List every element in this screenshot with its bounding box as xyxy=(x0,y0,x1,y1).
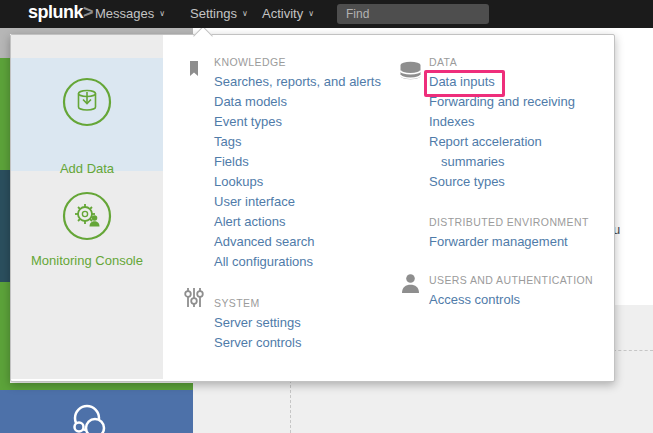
menu-activity[interactable]: Activity∨ xyxy=(262,0,314,28)
link-data-models[interactable]: Data models xyxy=(214,92,381,112)
settings-dropdown: Add Data Monitoring Console xyxy=(10,34,615,382)
link-event-types[interactable]: Event types xyxy=(214,112,381,132)
background-sidebar-selected xyxy=(0,170,10,282)
chevron-down-icon: ∨ xyxy=(159,9,165,18)
section-title: USERS AND AUTHENTICATION xyxy=(429,270,593,290)
menu-activity-label: Activity xyxy=(262,6,303,21)
background-dashed-line-vertical xyxy=(290,380,291,433)
add-data-tile[interactable]: Add Data xyxy=(11,58,163,171)
link-forwarder-management[interactable]: Forwarder management xyxy=(429,232,589,252)
section-title: DISTRIBUTED ENVIRONMENT xyxy=(429,212,589,232)
link-advanced-search[interactable]: Advanced search xyxy=(214,232,381,252)
section-system: SYSTEM Server settings Server controls xyxy=(214,293,301,353)
chevron-down-icon: ∨ xyxy=(242,9,248,18)
background-dashed-line-horizontal xyxy=(613,350,653,351)
find-input[interactable]: Find xyxy=(337,4,489,24)
link-searches-reports-alerts[interactable]: Searches, reports, and alerts xyxy=(214,72,381,92)
bubbles-icon xyxy=(60,402,120,433)
add-data-icon xyxy=(61,76,113,128)
app-tile-blue xyxy=(0,390,193,433)
shortcut-column: Add Data Monitoring Console xyxy=(11,35,163,379)
monitoring-console-label: Monitoring Console xyxy=(11,253,163,268)
database-icon xyxy=(399,61,422,80)
screen: u splunk> Messages∨ Settings∨ Activity∨ … xyxy=(0,0,653,433)
background-sidebar-green-bottom xyxy=(0,282,10,383)
link-lookups[interactable]: Lookups xyxy=(214,172,381,192)
link-indexes[interactable]: Indexes xyxy=(429,112,589,132)
link-alert-actions[interactable]: Alert actions xyxy=(214,212,381,232)
data-inputs-highlight xyxy=(424,70,505,97)
link-tags[interactable]: Tags xyxy=(214,132,381,152)
background-green-strip xyxy=(0,383,193,390)
top-bar: splunk> Messages∨ Settings∨ Activity∨ Fi… xyxy=(0,0,653,28)
menu-messages-label: Messages xyxy=(95,6,154,21)
link-fields[interactable]: Fields xyxy=(214,152,381,172)
link-server-controls[interactable]: Server controls xyxy=(214,333,301,353)
monitoring-console-icon xyxy=(61,190,113,242)
monitoring-console-tile[interactable]: Monitoring Console xyxy=(11,171,163,284)
background-sidebar-gray xyxy=(0,28,10,58)
link-all-configurations[interactable]: All configurations xyxy=(214,252,381,272)
logo-chevron: > xyxy=(83,2,93,22)
link-access-controls[interactable]: Access controls xyxy=(429,290,593,310)
menu-settings-label: Settings xyxy=(190,6,237,21)
background-sidebar-green-top xyxy=(0,58,10,170)
menu-settings[interactable]: Settings∨ xyxy=(190,0,248,28)
background-bottom-gray xyxy=(193,380,653,433)
section-knowledge: KNOWLEDGE Searches, reports, and alerts … xyxy=(214,52,381,272)
section-title: DATA xyxy=(429,52,589,72)
logo-text: splunk xyxy=(28,2,83,22)
link-report-acceleration-summaries[interactable]: Report acceleration summaries xyxy=(429,132,589,172)
link-source-types[interactable]: Source types xyxy=(429,172,589,192)
section-title: KNOWLEDGE xyxy=(214,52,381,72)
sliders-icon xyxy=(183,286,205,309)
bookmark-icon xyxy=(189,61,199,77)
link-user-interface[interactable]: User interface xyxy=(214,192,381,212)
splunk-logo[interactable]: splunk> xyxy=(28,2,93,23)
user-icon xyxy=(401,273,420,293)
menu-messages[interactable]: Messages∨ xyxy=(95,0,165,28)
section-distributed-environment: DISTRIBUTED ENVIRONMENT Forwarder manage… xyxy=(429,212,589,252)
link-server-settings[interactable]: Server settings xyxy=(214,313,301,333)
section-users-authentication: USERS AND AUTHENTICATION Access controls xyxy=(429,270,593,310)
section-title: SYSTEM xyxy=(214,293,301,313)
chevron-down-icon: ∨ xyxy=(308,9,314,18)
